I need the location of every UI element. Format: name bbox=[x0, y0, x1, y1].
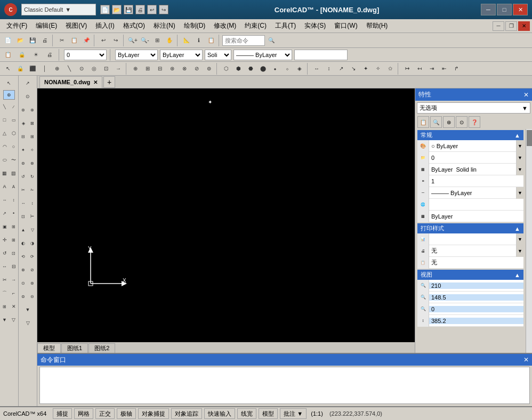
prop-no-select-row[interactable]: 无选项 ▼ bbox=[417, 102, 530, 114]
linetype-dropdown[interactable]: ▼ bbox=[516, 164, 523, 175]
open-icon[interactable]: 📂 bbox=[112, 5, 122, 14]
tab-model[interactable]: 模型 bbox=[37, 343, 61, 353]
menu-modify[interactable]: 修改(M) bbox=[209, 20, 240, 32]
tab-drawing[interactable]: NONAME_0.dwg ✕ bbox=[39, 76, 102, 88]
lt2-p2b[interactable]: ⊠ bbox=[28, 117, 37, 130]
dim-tool-3[interactable]: ⇥ bbox=[426, 63, 438, 75]
zoom-fit-btn[interactable]: ⊞ bbox=[151, 35, 163, 46]
inner-close-button[interactable]: ✕ bbox=[518, 21, 530, 31]
lt2-p10a[interactable]: ▲ bbox=[19, 223, 28, 236]
snap-tool-6[interactable]: ⊘ bbox=[191, 63, 203, 75]
lt-down1[interactable]: ▼ bbox=[0, 313, 9, 326]
print-section-header[interactable]: 打印样式 ▲ bbox=[417, 223, 523, 233]
menu-help[interactable]: 帮助(H) bbox=[362, 20, 392, 32]
print2-dropdown[interactable]: ▼ bbox=[516, 245, 523, 257]
lt2-down2[interactable]: ▽ bbox=[21, 317, 34, 329]
cmd-body[interactable] bbox=[39, 367, 530, 404]
lt-rect2[interactable]: ▭ bbox=[9, 114, 18, 126]
draw-tool-7[interactable]: ⊙ bbox=[76, 63, 87, 75]
model-btn[interactable]: 模型 bbox=[259, 408, 278, 419]
tab-layout1[interactable]: 图纸1 bbox=[61, 343, 88, 353]
lt2-p6b[interactable]: ↻ bbox=[28, 170, 37, 183]
lt2-p1b[interactable]: ⊕ bbox=[28, 103, 37, 116]
snap-tool-2[interactable]: ⊞ bbox=[142, 63, 154, 75]
lt2-p3b[interactable]: ⊞ bbox=[28, 130, 37, 143]
lt2-p14b[interactable]: ⊛ bbox=[28, 277, 37, 289]
prop-icon-3[interactable]: ⊛ bbox=[443, 116, 455, 128]
menu-constraint[interactable]: 约束(C) bbox=[240, 20, 271, 32]
lt-scale[interactable]: ⊡ bbox=[9, 247, 18, 260]
search-btn[interactable]: 🔍 bbox=[265, 35, 277, 46]
draw-tool-4[interactable]: │ bbox=[39, 63, 51, 75]
lt-line[interactable]: ╲ bbox=[0, 100, 9, 113]
insert-block-btn[interactable]: 📐 bbox=[181, 35, 192, 46]
workspace-dropdown-arrow[interactable]: ▼ bbox=[65, 6, 71, 13]
menu-draw[interactable]: 绘制(D) bbox=[180, 20, 210, 32]
grid-btn[interactable]: 网格 bbox=[74, 408, 93, 419]
dynin-btn[interactable]: 快速输入 bbox=[204, 408, 235, 419]
redo-btn[interactable]: ↪ bbox=[110, 35, 122, 46]
lt-hatch2[interactable]: ▧ bbox=[9, 167, 18, 180]
lt2-p9a[interactable]: ⊡ bbox=[19, 210, 28, 223]
lt-circle[interactable]: ○ bbox=[9, 140, 18, 153]
dim-tool-1[interactable]: ↦ bbox=[401, 63, 413, 75]
lt-rect[interactable]: □ bbox=[0, 114, 9, 126]
lt-wblock[interactable]: ⊞ bbox=[9, 220, 18, 233]
snap-btn[interactable]: 捕捉 bbox=[53, 408, 72, 419]
draw-tool-9[interactable]: ⊡ bbox=[100, 63, 112, 75]
lt-arc[interactable]: ◠ bbox=[0, 140, 9, 153]
snap-tool-7[interactable]: ⊚ bbox=[203, 63, 215, 75]
lt-hatch[interactable]: ▦ bbox=[0, 167, 9, 180]
extra-tool-2[interactable]: ↕ bbox=[323, 63, 335, 75]
lt2-p8b[interactable]: ↕ bbox=[28, 197, 37, 209]
properties-btn[interactable]: ℹ bbox=[193, 35, 205, 46]
layer-btn2[interactable]: 🔒 bbox=[16, 49, 28, 61]
layer-btn4[interactable]: 🖨 bbox=[44, 49, 55, 61]
snap-tool-1[interactable]: ⊕ bbox=[130, 63, 141, 75]
dim-tool-5[interactable]: ↱ bbox=[450, 63, 462, 75]
copy-btn[interactable]: 📋 bbox=[68, 35, 80, 46]
no-select-dropdown[interactable]: ▼ bbox=[522, 105, 528, 111]
extra-tool-3[interactable]: ↗ bbox=[335, 63, 347, 75]
prop-icon-1[interactable]: 📋 bbox=[417, 116, 429, 128]
annotation-btn[interactable]: 批注 ▼ bbox=[280, 408, 307, 419]
new-icon[interactable]: 📄 bbox=[100, 5, 110, 14]
prop-scrollbar[interactable] bbox=[526, 129, 532, 353]
save-file-btn[interactable]: 💾 bbox=[27, 35, 38, 46]
lt-snap1[interactable]: ⊕ bbox=[3, 90, 15, 100]
lt-offset[interactable]: ⊟ bbox=[9, 260, 18, 273]
lt2-p13b[interactable]: ⊘ bbox=[28, 263, 37, 276]
lt2-p7b[interactable]: ✁ bbox=[28, 183, 37, 196]
new-file-btn[interactable]: 📄 bbox=[2, 35, 14, 46]
lt-rotate[interactable]: ↺ bbox=[0, 247, 9, 260]
close-button[interactable]: ✕ bbox=[513, 4, 528, 15]
prop-icon-4[interactable]: ⊙ bbox=[456, 116, 467, 128]
lt2-p6a[interactable]: ↺ bbox=[19, 170, 28, 183]
lt2-p11b[interactable]: ◑ bbox=[28, 237, 37, 249]
ortho-btn[interactable]: 正交 bbox=[95, 408, 115, 419]
lt-dim1[interactable]: ↔ bbox=[0, 193, 9, 206]
mod-tool-6[interactable]: ⬦ bbox=[281, 63, 293, 75]
lt2-p5b[interactable]: ⊗ bbox=[28, 157, 37, 169]
minimize-button[interactable]: ─ bbox=[481, 4, 496, 15]
menu-dimension[interactable]: 标注(N) bbox=[149, 20, 180, 32]
lt-copy[interactable]: ⊞ bbox=[9, 233, 18, 246]
inner-minimize-button[interactable]: ─ bbox=[493, 21, 504, 31]
mod-tool-7[interactable]: ◈ bbox=[294, 63, 305, 75]
cmd-close-btn[interactable]: ✕ bbox=[523, 356, 529, 364]
zoom-out-btn[interactable]: 🔍- bbox=[139, 35, 151, 46]
lt2-p12b[interactable]: ⟳ bbox=[28, 250, 37, 263]
zoom-pan-btn[interactable]: ✋ bbox=[164, 35, 175, 46]
layer-select[interactable]: 0 bbox=[64, 50, 107, 60]
open-file-btn[interactable]: 📂 bbox=[14, 35, 26, 46]
menu-window[interactable]: 窗口(W) bbox=[330, 20, 361, 32]
extra-tool-7[interactable]: ✩ bbox=[384, 63, 396, 75]
menu-file[interactable]: 文件(F) bbox=[2, 20, 31, 32]
draw-tool-1[interactable]: ↖ bbox=[2, 63, 14, 75]
tab-layout2[interactable]: 图纸2 bbox=[88, 343, 115, 353]
inner-restore-button[interactable]: ❐ bbox=[505, 21, 517, 31]
layer-dropdown[interactable]: ▼ bbox=[516, 152, 523, 164]
general-section-header[interactable]: 常规 ▲ bbox=[417, 130, 523, 140]
lt-text[interactable]: A bbox=[0, 180, 9, 193]
color-select[interactable]: ByLayer bbox=[115, 50, 158, 60]
